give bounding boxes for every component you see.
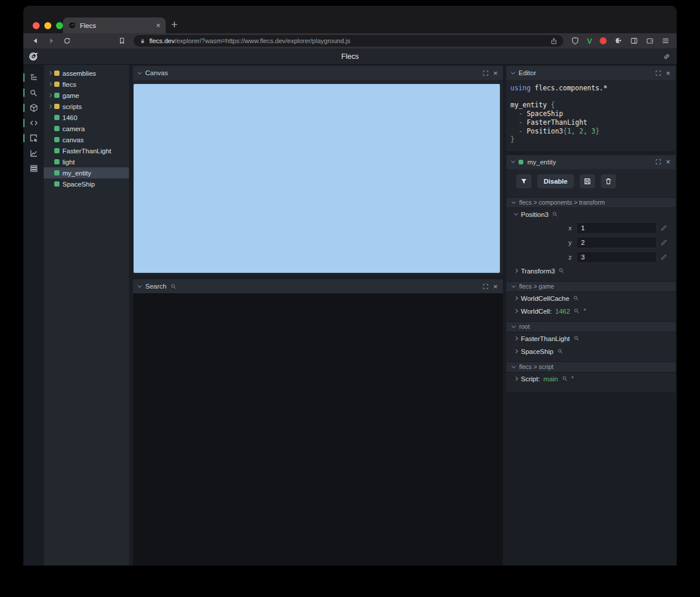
trash-icon bbox=[604, 177, 612, 185]
search-panel-body[interactable] bbox=[133, 293, 503, 566]
section-header-game[interactable]: flecs > game bbox=[506, 281, 676, 292]
panel-title: my_entity bbox=[527, 159, 556, 166]
chart-icon[interactable] bbox=[23, 146, 44, 161]
save-button[interactable] bbox=[580, 174, 595, 188]
package-icon[interactable] bbox=[23, 100, 44, 115]
link-icon[interactable] bbox=[663, 52, 671, 61]
tree-item-camera[interactable]: camera bbox=[44, 123, 129, 134]
entity-swatch bbox=[519, 160, 523, 164]
tree-item-canvas[interactable]: canvas bbox=[44, 134, 129, 145]
browser-tab[interactable]: Flecs × bbox=[63, 17, 166, 33]
y-value-input[interactable]: 2 bbox=[576, 237, 657, 248]
extension-v-icon[interactable]: V bbox=[587, 37, 592, 45]
magnifier-icon[interactable] bbox=[552, 211, 558, 217]
code-icon[interactable] bbox=[23, 115, 44, 131]
tree-item-spaceship[interactable]: SpaceShip bbox=[44, 178, 129, 189]
delete-button[interactable] bbox=[601, 174, 616, 188]
tree-item-label: flecs bbox=[62, 81, 76, 88]
component-row-transform3[interactable]: Transform3 bbox=[506, 265, 676, 278]
expand-icon[interactable] bbox=[482, 70, 489, 76]
disable-button[interactable]: Disable bbox=[537, 174, 574, 188]
sidebar-toggle-icon[interactable] bbox=[630, 37, 638, 45]
tree-item-game[interactable]: game bbox=[44, 90, 129, 101]
rows-icon[interactable] bbox=[23, 161, 44, 176]
render-canvas[interactable] bbox=[134, 84, 500, 273]
address-bar[interactable]: flecs.dev/explorer/?wasm=https://www.fle… bbox=[134, 35, 564, 47]
edit-pencil-icon[interactable] bbox=[660, 224, 667, 231]
search-icon[interactable] bbox=[23, 85, 44, 100]
expand-icon[interactable] bbox=[655, 70, 662, 76]
section-header-transform[interactable]: flecs > components > transform bbox=[506, 197, 676, 208]
magnifier-icon[interactable] bbox=[573, 335, 580, 342]
component-row-worldcellcache[interactable]: WorldCellCache bbox=[506, 292, 676, 305]
close-icon[interactable]: × bbox=[666, 158, 670, 166]
section-header-root[interactable]: root bbox=[506, 321, 676, 332]
menu-icon[interactable] bbox=[662, 37, 670, 45]
chevron-right-icon bbox=[514, 269, 518, 273]
reload-button[interactable] bbox=[63, 37, 71, 45]
inspector-panel-header: my_entity × bbox=[506, 155, 676, 169]
tab-favicon bbox=[68, 22, 76, 29]
brave-shield-icon[interactable] bbox=[571, 37, 579, 45]
tree-item-light[interactable]: light bbox=[44, 156, 129, 167]
tree-item-flecs[interactable]: flecs bbox=[44, 79, 129, 90]
section-header-script[interactable]: flecs > script bbox=[506, 361, 676, 373]
new-tab-button[interactable] bbox=[170, 20, 178, 29]
edit-pencil-icon[interactable] bbox=[660, 239, 667, 246]
bookmark-icon[interactable] bbox=[118, 37, 126, 45]
magnifier-icon[interactable] bbox=[573, 308, 580, 314]
tree-item-1460[interactable]: 1460 bbox=[44, 112, 129, 123]
section-path: root bbox=[519, 323, 530, 330]
extension-red-icon[interactable] bbox=[600, 37, 607, 44]
share-icon[interactable] bbox=[550, 37, 558, 45]
close-icon[interactable]: × bbox=[493, 69, 498, 77]
search-panel: Search × bbox=[133, 279, 503, 566]
chevron-down-icon bbox=[512, 364, 516, 368]
collapse-icon[interactable] bbox=[138, 283, 142, 287]
tree-item-label: camera bbox=[62, 125, 85, 132]
tree-item-fasterthanlight[interactable]: FasterThanLight bbox=[44, 145, 129, 156]
close-icon[interactable]: × bbox=[666, 69, 670, 77]
code-editor[interactable]: using flecs.components.* my_entity { -Sp… bbox=[506, 80, 676, 151]
component-row-script[interactable]: Script: main * bbox=[506, 373, 676, 385]
expand-icon[interactable] bbox=[482, 283, 489, 290]
flecs-logo-icon[interactable] bbox=[28, 51, 38, 62]
back-button[interactable] bbox=[32, 37, 40, 45]
inspector-body: Disable flecs > components > transform P… bbox=[506, 169, 676, 392]
x-value-input[interactable]: 1 bbox=[576, 222, 657, 234]
z-value-input[interactable]: 3 bbox=[576, 251, 657, 263]
magnifier-icon[interactable] bbox=[557, 348, 564, 354]
component-row-position3[interactable]: Position3 bbox=[506, 208, 676, 221]
extensions-puzzle-icon[interactable] bbox=[614, 37, 622, 45]
tree-item-scripts[interactable]: scripts bbox=[44, 101, 129, 112]
component-row-spaceship[interactable]: SpaceShip bbox=[506, 345, 676, 358]
magnifier-icon[interactable] bbox=[558, 268, 565, 274]
tree-item-my-entity[interactable]: my_entity bbox=[44, 167, 129, 178]
forward-button[interactable] bbox=[47, 37, 55, 45]
component-row-worldcell[interactable]: WorldCell: 1462 * bbox=[506, 305, 676, 318]
filter-button[interactable] bbox=[516, 174, 531, 188]
zoom-window-button[interactable] bbox=[56, 22, 63, 29]
close-tab-icon[interactable]: × bbox=[156, 21, 160, 30]
collapse-icon[interactable] bbox=[138, 70, 142, 74]
expand-icon[interactable] bbox=[655, 159, 662, 165]
tree-view-icon[interactable] bbox=[23, 70, 44, 85]
collapse-icon[interactable] bbox=[511, 159, 515, 163]
collapse-icon[interactable] bbox=[511, 70, 515, 74]
url-text: flecs.dev/explorer/?wasm=https://www.fle… bbox=[149, 37, 351, 44]
tab-title: Flecs bbox=[80, 22, 152, 29]
window-controls bbox=[33, 22, 63, 29]
inspect-icon[interactable] bbox=[23, 131, 44, 146]
wallet-icon[interactable] bbox=[646, 37, 654, 45]
component-row-fasterthanlight[interactable]: FasterThanLight bbox=[506, 332, 676, 345]
magnifier-icon[interactable] bbox=[562, 375, 568, 382]
chevron-down-icon bbox=[512, 199, 516, 203]
module-swatch bbox=[54, 82, 60, 87]
close-window-button[interactable] bbox=[33, 22, 40, 29]
magnifier-icon[interactable] bbox=[573, 295, 579, 301]
minimize-window-button[interactable] bbox=[44, 22, 51, 29]
tree-item-assemblies[interactable]: assemblies bbox=[44, 68, 129, 79]
close-icon[interactable]: × bbox=[493, 283, 498, 290]
edit-pencil-icon[interactable] bbox=[660, 254, 667, 261]
chevron-right-icon bbox=[514, 336, 518, 340]
